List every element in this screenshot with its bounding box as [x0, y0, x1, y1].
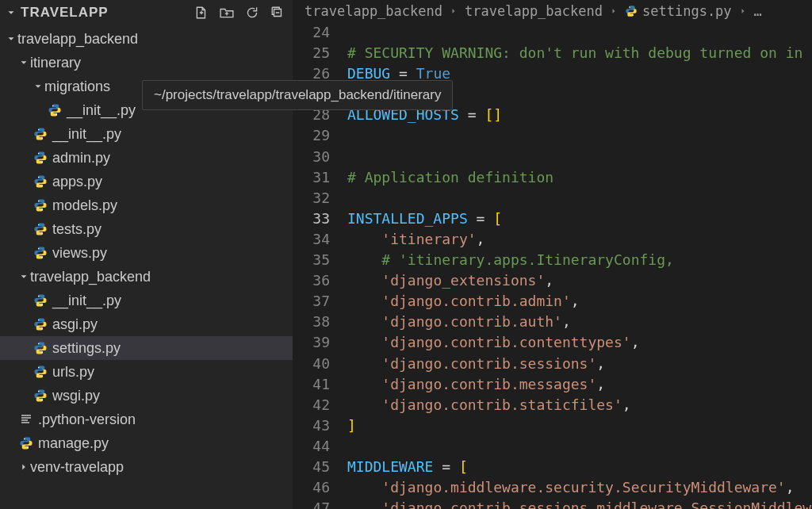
tree-file[interactable]: tests.py — [0, 217, 293, 241]
code-line[interactable]: 'django.contrib.sessions.middleware.Sess… — [347, 498, 812, 509]
explorer-title[interactable]: TRAVELAPP — [5, 5, 109, 21]
python-file-icon — [32, 222, 49, 236]
svg-point-3 — [42, 138, 44, 140]
svg-point-1 — [56, 114, 58, 116]
explorer-header: TRAVELAPP — [0, 0, 293, 25]
code-line[interactable] — [347, 436, 812, 457]
svg-point-19 — [42, 352, 44, 354]
python-file-icon — [32, 174, 49, 189]
tree-label: manage.py — [38, 435, 109, 452]
breadcrumb-separator-icon — [738, 6, 748, 16]
tree-file[interactable]: admin.py — [0, 146, 293, 170]
tree-file[interactable]: apps.py — [0, 170, 293, 193]
svg-point-10 — [38, 224, 40, 226]
line-number[interactable]: 30 — [293, 147, 330, 167]
svg-point-22 — [38, 391, 40, 392]
code-line[interactable]: ] — [347, 415, 812, 436]
tree-label: .python-version — [38, 411, 136, 428]
line-number[interactable]: 40 — [293, 354, 330, 374]
code-line[interactable]: 'django_extensions', — [347, 270, 812, 291]
tree-file[interactable]: urls.py — [0, 360, 293, 384]
breadcrumb-item[interactable]: travelapp_backend — [465, 3, 603, 19]
breadcrumb-item[interactable]: settings.py — [625, 3, 732, 19]
tree-label: travelapp_backend — [17, 31, 138, 48]
code-line[interactable]: 'itinerary', — [347, 229, 812, 250]
code-line[interactable]: 'django.contrib.staticfiles', — [347, 395, 812, 415]
line-number[interactable]: 38 — [293, 312, 330, 332]
line-number[interactable]: 33 — [293, 209, 330, 229]
code-line[interactable] — [347, 125, 812, 146]
code-line[interactable]: # 'itinerary.apps.ItineraryConfig, — [347, 250, 812, 270]
svg-point-11 — [42, 233, 44, 235]
line-number[interactable]: 29 — [293, 125, 330, 146]
code-line[interactable]: 'django.middleware.security.SecurityMidd… — [347, 477, 812, 498]
chevron-down-icon — [5, 7, 17, 18]
tree-folder[interactable]: travelapp_backend — [0, 27, 293, 51]
tree-file[interactable]: asgi.py — [0, 312, 293, 336]
breadcrumbs[interactable]: travelapp_backendtravelapp_backendsettin… — [293, 0, 812, 22]
line-number[interactable]: 46 — [293, 477, 330, 498]
svg-point-16 — [38, 320, 40, 321]
line-number[interactable]: 35 — [293, 250, 330, 270]
svg-point-12 — [38, 248, 40, 250]
line-number[interactable]: 43 — [293, 415, 330, 436]
line-number[interactable]: 32 — [293, 188, 330, 209]
code-line[interactable] — [347, 188, 812, 209]
text-file-icon — [17, 413, 35, 426]
tree-file[interactable]: views.py — [0, 241, 293, 265]
collapse-all-icon[interactable] — [270, 6, 285, 20]
code-line[interactable] — [347, 22, 812, 43]
svg-point-14 — [38, 296, 40, 297]
python-file-icon — [32, 127, 49, 141]
breadcrumb-item[interactable]: travelapp_backend — [304, 3, 442, 19]
code-line[interactable] — [347, 147, 812, 167]
line-number[interactable]: 36 — [293, 270, 330, 291]
tree-file[interactable]: settings.py — [0, 336, 293, 360]
python-file-icon — [46, 103, 63, 117]
line-number[interactable]: 37 — [293, 291, 330, 312]
line-number[interactable]: 31 — [293, 167, 330, 188]
line-number[interactable]: 41 — [293, 374, 330, 395]
svg-point-27 — [632, 14, 633, 15]
chevron-down-icon — [17, 57, 30, 68]
line-number[interactable]: 25 — [293, 43, 330, 63]
tree-file[interactable]: manage.py — [0, 431, 293, 455]
code-line[interactable]: # Application definition — [347, 167, 812, 188]
code-line[interactable]: 'django.contrib.messages', — [347, 374, 812, 395]
line-number[interactable]: 44 — [293, 436, 330, 457]
project-name: TRAVELAPP — [21, 5, 109, 21]
tree-file[interactable]: models.py — [0, 193, 293, 217]
tree-label: travelapp_backend — [30, 269, 151, 285]
code-line[interactable]: # SECURITY WARNING: don't run with debug… — [347, 43, 812, 63]
tree-folder[interactable]: travelapp_backend — [0, 265, 293, 289]
code-line[interactable]: MIDDLEWARE = [ — [347, 457, 812, 477]
refresh-icon[interactable] — [245, 6, 259, 20]
breadcrumb-separator-icon — [449, 6, 458, 16]
python-file-icon — [32, 293, 49, 308]
tree-file[interactable]: __init__.py — [0, 122, 293, 146]
breadcrumb-item[interactable]: … — [754, 3, 762, 19]
tree-label: admin.py — [52, 150, 110, 166]
tree-file[interactable]: wsgi.py — [0, 384, 293, 408]
code-line[interactable]: 'django.contrib.contenttypes', — [347, 332, 812, 353]
new-file-icon[interactable] — [194, 6, 209, 20]
code-line[interactable]: INSTALLED_APPS = [ — [347, 209, 812, 229]
tree-file[interactable]: __init__.py — [0, 289, 293, 312]
line-number[interactable]: 39 — [293, 332, 330, 353]
line-number[interactable]: 42 — [293, 395, 330, 415]
new-folder-icon[interactable] — [220, 6, 234, 20]
python-file-icon — [32, 151, 49, 165]
line-number[interactable]: 34 — [293, 229, 330, 250]
line-number[interactable]: 47 — [293, 498, 330, 509]
code-line[interactable]: 'django.contrib.sessions', — [347, 354, 812, 374]
code-line[interactable]: 'django.contrib.auth', — [347, 312, 812, 332]
tree-file[interactable]: .python-version — [0, 408, 293, 431]
tree-folder[interactable]: itinerary — [0, 51, 293, 75]
line-number[interactable]: 24 — [293, 22, 330, 43]
line-number[interactable]: 45 — [293, 457, 330, 477]
python-file-icon — [32, 365, 49, 379]
tree-label: settings.py — [52, 340, 121, 357]
code-line[interactable]: 'django.contrib.admin', — [347, 291, 812, 312]
tree-folder[interactable]: venv-travelapp — [0, 455, 293, 479]
tree-label: __init__.py — [52, 126, 121, 143]
